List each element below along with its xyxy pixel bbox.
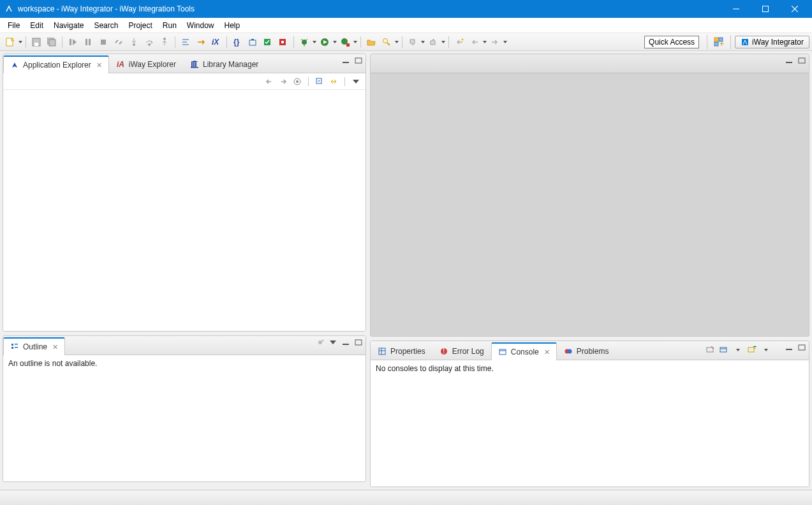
svg-rect-12 (89, 39, 91, 45)
home-icon[interactable] (292, 76, 303, 87)
menu-file[interactable]: File (3, 18, 25, 33)
close-icon[interactable]: ✕ (543, 348, 550, 356)
close-button[interactable] (780, 0, 809, 18)
step-into-button[interactable] (127, 35, 141, 49)
maximize-button[interactable] (751, 0, 780, 18)
step-over-button[interactable] (142, 35, 156, 49)
collapse-all-icon[interactable] (314, 76, 325, 87)
view-menu-icon[interactable] (328, 339, 337, 346)
resume-button[interactable] (66, 35, 80, 49)
forward-arrow-icon[interactable] (277, 76, 289, 87)
view-menu-icon[interactable] (350, 76, 362, 87)
menu-help[interactable]: Help (219, 18, 246, 33)
new-console-icon[interactable]: + (746, 344, 758, 356)
search-button[interactable] (380, 35, 394, 49)
tab-outline[interactable]: Outline ✕ (3, 337, 65, 355)
deploy-icon[interactable] (246, 35, 260, 49)
pin-console-icon[interactable] (704, 344, 716, 356)
tab-label: Application Explorer (23, 61, 91, 70)
back-button[interactable] (468, 35, 482, 49)
svg-text:{}: {} (233, 38, 240, 47)
maximize-view-button[interactable] (354, 339, 363, 346)
back-arrow-icon[interactable] (263, 76, 275, 87)
search-dropdown[interactable] (394, 41, 399, 43)
debug-dropdown[interactable] (312, 41, 317, 43)
error-log-icon: ! (439, 347, 448, 356)
menu-window[interactable]: Window (182, 18, 219, 33)
tab-iway-explorer[interactable]: iA iWay Explorer (109, 55, 183, 73)
transform-icon[interactable]: iX (209, 35, 223, 49)
maximize-view-button[interactable] (354, 57, 363, 64)
svg-text:!: ! (443, 348, 445, 355)
main-toolbar: iX {} Quick Access + iWay Integrator (0, 33, 812, 51)
run-last-button[interactable] (338, 35, 352, 49)
svg-rect-45 (191, 67, 198, 68)
menu-search[interactable]: Search (89, 18, 123, 33)
minimize-view-button[interactable] (785, 57, 794, 64)
tab-console[interactable]: Console ✕ (491, 342, 557, 360)
align-left-button[interactable] (179, 35, 193, 49)
pause-button[interactable] (81, 35, 95, 49)
minimize-view-button[interactable] (341, 339, 350, 346)
back-dropdown[interactable] (482, 41, 487, 43)
toolbar-separator (402, 36, 402, 48)
new-dropdown[interactable] (18, 41, 23, 43)
disconnect-button[interactable] (112, 35, 126, 49)
menu-navigate[interactable]: Navigate (48, 18, 89, 33)
focus-icon[interactable] (316, 339, 325, 346)
prev-annotation-button[interactable] (426, 35, 440, 49)
display-console-icon[interactable] (718, 344, 730, 356)
tab-library-manager[interactable]: Library Manager (183, 55, 265, 73)
prev-annotation-dropdown[interactable] (441, 41, 446, 43)
maximize-view-button[interactable] (797, 57, 806, 64)
forward-dropdown[interactable] (503, 41, 508, 43)
close-icon[interactable]: ✕ (95, 61, 102, 70)
stop-button[interactable] (96, 35, 110, 49)
validate-icon[interactable] (261, 35, 275, 49)
test-icon[interactable] (276, 35, 290, 49)
iway-icon: iA (116, 60, 125, 69)
close-icon[interactable]: ✕ (51, 343, 58, 351)
channel-icon[interactable] (194, 35, 208, 49)
new-console-dropdown[interactable] (760, 344, 772, 356)
link-editor-icon[interactable] (328, 76, 339, 87)
run-button[interactable] (318, 35, 332, 49)
svg-point-15 (148, 43, 151, 46)
save-all-button[interactable] (45, 35, 59, 49)
minimize-button[interactable] (721, 0, 751, 18)
run-dropdown[interactable] (332, 41, 337, 43)
save-button[interactable] (29, 35, 43, 49)
debug-button[interactable] (297, 35, 311, 49)
tab-error-log[interactable]: ! Error Log (432, 342, 491, 360)
svg-rect-71 (707, 348, 713, 352)
braces-icon[interactable]: {} (230, 35, 244, 49)
quick-access-button[interactable]: Quick Access (644, 36, 699, 48)
console-dropdown[interactable] (732, 344, 744, 356)
toolbar-separator (344, 77, 345, 86)
tab-application-explorer[interactable]: Application Explorer ✕ (3, 55, 109, 73)
work-area: Application Explorer ✕ iA iWay Explorer … (0, 51, 812, 490)
forward-button[interactable] (488, 35, 502, 49)
minimize-view-button[interactable] (341, 57, 350, 64)
menu-edit[interactable]: Edit (25, 18, 48, 33)
toolbar-separator (730, 35, 731, 49)
open-folder-icon[interactable] (364, 35, 378, 49)
tab-problems[interactable]: Problems (557, 342, 616, 360)
bottom-panel: Properties ! Error Log Console ✕ Problem… (370, 340, 809, 487)
last-edit-button[interactable] (452, 35, 466, 49)
perspective-button[interactable]: iWay Integrator (735, 36, 809, 48)
next-annotation-button[interactable] (406, 35, 420, 49)
outline-panel: Outline ✕ An outline is not available. (3, 335, 366, 482)
new-button[interactable] (3, 35, 17, 49)
tab-label: iWay Explorer (129, 60, 176, 69)
run-last-dropdown[interactable] (353, 41, 358, 43)
next-annotation-dropdown[interactable] (420, 41, 425, 43)
step-return-button[interactable] (158, 35, 172, 49)
maximize-view-button[interactable] (797, 344, 806, 351)
menu-run[interactable]: Run (158, 18, 182, 33)
tab-properties[interactable]: Properties (371, 342, 432, 360)
minimize-view-button[interactable] (785, 344, 794, 351)
svg-text:+: + (720, 40, 724, 47)
open-perspective-button[interactable]: + (711, 35, 727, 49)
menu-project[interactable]: Project (123, 18, 157, 33)
